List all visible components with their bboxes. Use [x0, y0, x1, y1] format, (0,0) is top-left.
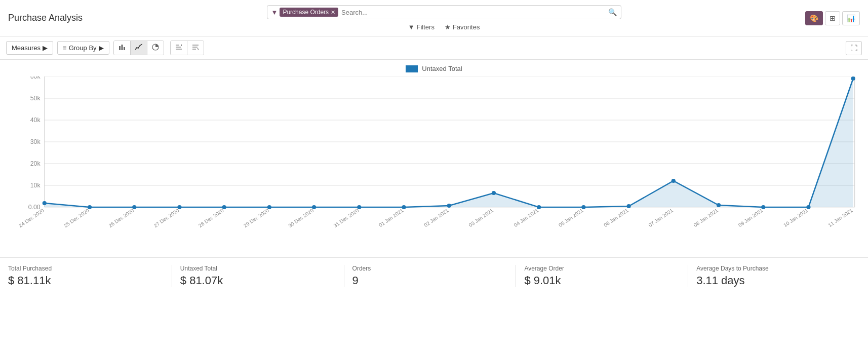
bar-view-button[interactable]: 📊: [842, 11, 860, 25]
svg-text:26 Dec 2020: 26 Dec 2020: [107, 208, 135, 229]
stat-value-untaxed-total: $ 81.07k: [180, 274, 336, 287]
group-by-label: Group By: [69, 44, 97, 52]
svg-text:29 Dec 2020: 29 Dec 2020: [243, 208, 270, 229]
group-by-button[interactable]: ≡ Group By ▶: [57, 41, 109, 55]
stat-value-total-purchased: $ 81.11k: [8, 274, 164, 287]
stat-untaxed-total: Untaxed Total $ 81.07k: [172, 265, 344, 287]
svg-text:09 Jan 2021: 09 Jan 2021: [737, 208, 764, 228]
svg-rect-2: [124, 47, 125, 50]
measures-button[interactable]: Measures ▶: [6, 41, 53, 55]
filter-icon: ▼: [271, 9, 278, 16]
svg-point-43: [761, 205, 765, 209]
svg-point-31: [222, 205, 226, 209]
stat-label-untaxed-total: Untaxed Total: [180, 265, 336, 272]
stat-avg-days: Average Days to Purchase 3.11 days: [688, 265, 860, 287]
chart-type-group: [113, 41, 164, 55]
svg-text:40k: 40k: [30, 117, 41, 124]
page-title: Purchase Analysis: [8, 13, 83, 23]
filter-tag-label: Purchase Orders: [283, 9, 329, 16]
sort-desc-button[interactable]: [187, 41, 204, 55]
svg-text:30k: 30k: [30, 138, 41, 145]
palette-view-button[interactable]: 🎨: [805, 11, 823, 25]
line-chart-button[interactable]: [131, 41, 147, 55]
bar-chart-button[interactable]: [114, 41, 131, 55]
stats-footer: Total Purchased $ 81.11k Untaxed Total $…: [0, 257, 868, 294]
measures-label: Measures: [12, 44, 41, 52]
stat-value-average-order: $ 9.01k: [524, 274, 680, 287]
svg-text:20k: 20k: [30, 160, 41, 167]
stat-orders: Orders 9: [344, 265, 517, 287]
stat-average-order: Average Order $ 9.01k: [516, 265, 688, 287]
svg-point-41: [672, 179, 676, 183]
svg-text:30 Dec 2020: 30 Dec 2020: [287, 208, 314, 229]
legend-label: Untaxed Total: [422, 65, 462, 72]
svg-text:01 Jan 2021: 01 Jan 2021: [378, 208, 405, 228]
grid-view-button[interactable]: ⊞: [825, 11, 840, 25]
svg-point-30: [177, 205, 181, 209]
svg-text:02 Jan 2021: 02 Jan 2021: [423, 208, 450, 228]
header: Purchase Analysis ▼ Purchase Orders ✕ 🔍 …: [0, 0, 868, 36]
filter-tag[interactable]: Purchase Orders ✕: [280, 8, 338, 17]
svg-point-37: [492, 191, 496, 195]
filter-tag-close[interactable]: ✕: [331, 9, 335, 16]
svg-text:03 Jan 2021: 03 Jan 2021: [468, 208, 495, 228]
sort-asc-button[interactable]: [171, 41, 187, 55]
measures-chevron-icon: ▶: [43, 44, 48, 52]
svg-text:05 Jan 2021: 05 Jan 2021: [558, 208, 584, 228]
stat-value-orders: 9: [352, 274, 508, 287]
svg-text:04 Jan 2021: 04 Jan 2021: [513, 208, 540, 228]
svg-point-34: [357, 205, 361, 209]
svg-point-28: [88, 205, 92, 209]
pie-chart-button[interactable]: [147, 41, 164, 55]
legend-color-swatch: [406, 65, 418, 72]
svg-rect-0: [119, 46, 121, 50]
stat-label-avg-days: Average Days to Purchase: [696, 265, 852, 272]
svg-text:60k: 60k: [30, 76, 41, 80]
stat-label-total-purchased: Total Purchased: [8, 265, 164, 272]
view-switcher: 🎨 ⊞ 📊: [805, 11, 860, 25]
fullscreen-button[interactable]: ⛶: [846, 41, 862, 55]
svg-text:10k: 10k: [30, 182, 41, 189]
svg-text:07 Jan 2021: 07 Jan 2021: [647, 208, 674, 228]
chart-svg: 60k 50k 40k 30k 20k 10k 0.00: [8, 76, 860, 234]
svg-text:11 Jan 2021: 11 Jan 2021: [827, 208, 854, 228]
svg-point-40: [627, 204, 631, 208]
star-icon: ★: [445, 23, 451, 31]
search-section: ▼ Purchase Orders ✕ 🔍 ▼ Filters ★ Favori…: [267, 5, 621, 31]
group-by-icon: ≡: [63, 44, 67, 52]
svg-point-44: [806, 205, 810, 209]
svg-text:27 Dec 2020: 27 Dec 2020: [153, 208, 180, 229]
svg-point-29: [132, 205, 136, 209]
svg-point-39: [581, 205, 585, 209]
filters-button[interactable]: ▼ Filters: [408, 23, 435, 31]
svg-text:50k: 50k: [30, 95, 41, 102]
sort-group: [170, 41, 204, 55]
svg-text:08 Jan 2021: 08 Jan 2021: [693, 208, 720, 228]
svg-point-45: [851, 76, 855, 81]
svg-text:28 Dec 2020: 28 Dec 2020: [198, 208, 225, 229]
favorites-button[interactable]: ★ Favorites: [445, 23, 480, 31]
svg-text:25 Dec 2020: 25 Dec 2020: [63, 208, 90, 229]
svg-point-27: [43, 201, 47, 205]
toolbar: Measures ▶ ≡ Group By ▶ ⛶: [0, 36, 868, 60]
svg-point-36: [447, 204, 451, 208]
chart-plot-area: 60k 50k 40k 30k 20k 10k 0.00: [8, 76, 860, 234]
filter-row: ▼ Filters ★ Favorites: [408, 23, 480, 31]
svg-point-42: [717, 203, 721, 207]
search-icon[interactable]: 🔍: [608, 8, 617, 16]
stat-label-average-order: Average Order: [524, 265, 680, 272]
svg-text:31 Dec 2020: 31 Dec 2020: [333, 208, 360, 229]
stat-label-orders: Orders: [352, 265, 508, 272]
search-input[interactable]: [341, 9, 608, 16]
svg-text:10 Jan 2021: 10 Jan 2021: [782, 208, 809, 228]
svg-point-32: [267, 205, 271, 209]
svg-marker-26: [45, 79, 853, 207]
group-by-chevron-icon: ▶: [99, 44, 104, 52]
svg-text:06 Jan 2021: 06 Jan 2021: [603, 208, 629, 228]
filters-icon: ▼: [408, 23, 415, 31]
search-bar[interactable]: ▼ Purchase Orders ✕ 🔍: [267, 5, 621, 19]
svg-point-33: [312, 205, 316, 209]
stat-total-purchased: Total Purchased $ 81.11k: [8, 265, 172, 287]
svg-point-38: [537, 205, 541, 209]
stat-value-avg-days: 3.11 days: [696, 274, 852, 287]
